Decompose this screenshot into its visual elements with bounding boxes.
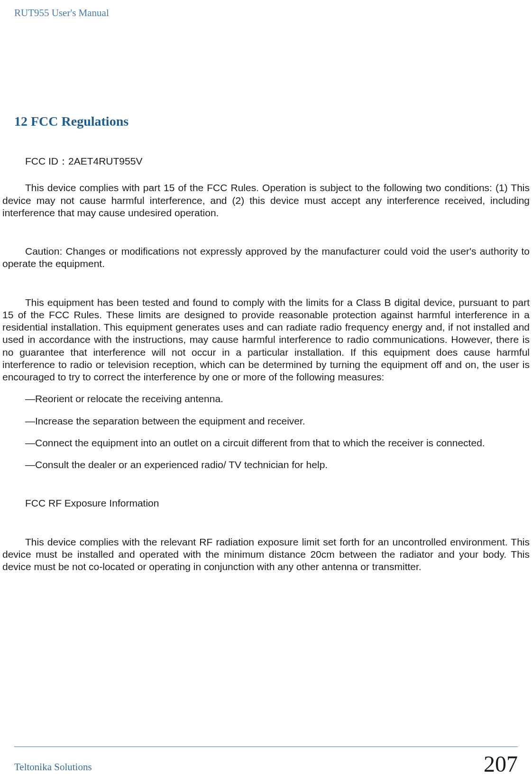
fcc-id-text: FCC ID：2AET4RUT955V xyxy=(2,155,530,167)
rf-heading: FCC RF Exposure Information xyxy=(2,497,530,509)
measure-3: —Connect the equipment into an outlet on… xyxy=(2,437,530,449)
footer-divider xyxy=(14,747,518,747)
rf-body: This device complies with the relevant R… xyxy=(2,536,530,573)
document-header: RUT955 User's Manual xyxy=(0,0,532,19)
equipment-text: This equipment has been tested and found… xyxy=(2,296,530,384)
section-number: 12 xyxy=(14,114,28,129)
document-body: FCC ID：2AET4RUT955V This device complies… xyxy=(0,155,532,573)
footer-page-number: 207 xyxy=(484,751,518,777)
header-title: RUT955 User's Manual xyxy=(14,7,109,18)
measure-4: —Consult the dealer or an experienced ra… xyxy=(2,459,530,471)
caution-text: Caution: Changes or modifications not ex… xyxy=(2,245,530,270)
measure-2: —Increase the separation between the equ… xyxy=(2,415,530,427)
compliance-text: This device complies with part 15 of the… xyxy=(2,182,530,219)
section-title-text: FCC Regulations xyxy=(31,114,128,129)
document-footer: Teltonika Solutions 207 xyxy=(0,747,532,777)
footer-company: Teltonika Solutions xyxy=(14,761,92,777)
section-heading: 12 FCC Regulations xyxy=(0,19,532,129)
measure-1: —Reorient or relocate the receiving ante… xyxy=(2,393,530,405)
footer-content: Teltonika Solutions 207 xyxy=(14,751,518,777)
